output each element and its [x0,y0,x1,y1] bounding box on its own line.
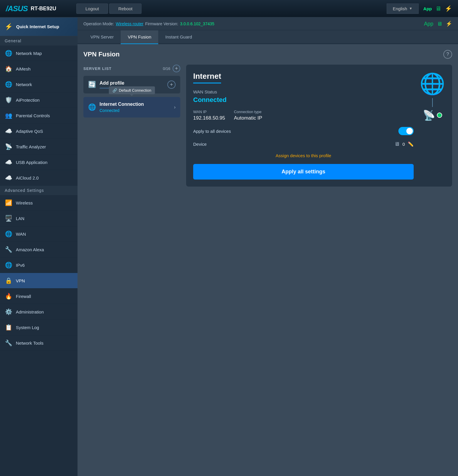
sidebar-item-ipv6[interactable]: 🌐 IPv6 [0,257,78,273]
logout-button[interactable]: Logout [76,4,108,14]
sidebar-item-wireless[interactable]: 📶 Wireless [0,195,78,211]
internet-conn-content: Internet Connection Connected [100,102,171,113]
detail-row: WAN IP 192.168.50.95 Connection type Aut… [193,110,414,121]
sidebar-item-amazon-alexa[interactable]: 🔧 Amazon Alexa [0,242,78,257]
default-conn-tooltip-text: Default Connection [119,88,151,93]
quick-setup-icon: ⚡ [5,23,13,31]
apply-all-row: Apply to all devices [193,127,414,135]
chevron-down-icon: ▼ [409,6,412,11]
sidebar-item-parental-controls[interactable]: 👥 Parental Controls [0,108,78,123]
quick-internet-setup[interactable]: ⚡ Quick Internet Setup [0,18,78,36]
tab-vpn-fusion[interactable]: VPN Fusion [121,30,158,44]
device-edit-icon[interactable]: ✏️ [408,141,414,147]
chevron-right-icon: › [174,105,176,110]
router-conn-area: 📡 [423,109,442,121]
parental-controls-icon: 👥 [5,112,12,119]
add-profile-icon: 🔄 [88,81,96,88]
sidebar-item-label: IPv6 [16,263,25,268]
amazon-alexa-icon: 🔧 [5,246,12,253]
sidebar-item-lan[interactable]: 🖥️ LAN [0,211,78,226]
sidebar-item-network[interactable]: 🌐 Network [0,77,78,92]
sidebar-item-wan[interactable]: 🌐 WAN [0,226,78,242]
sidebar-item-system-log[interactable]: 📋 System Log [0,320,78,335]
quick-setup-label: Quick Internet Setup [16,24,59,30]
sidebar-item-administration[interactable]: ⚙️ Administration [0,304,78,320]
sidebar-item-vpn[interactable]: 🔒 VPN [0,273,78,289]
top-buttons: Logout Reboot [76,4,387,14]
reboot-button[interactable]: Reboot [109,4,142,14]
fw-prefix: Firmware Version: [145,21,178,26]
wan-ip-item: WAN IP 192.168.50.95 [193,110,225,121]
sidebar-item-network-tools[interactable]: 🔧 Network Tools [0,335,78,351]
op-mode-link[interactable]: Wireless router [116,21,143,26]
op-mode-bar: Operation Mode: Wireless router Firmware… [78,18,458,30]
tab-instant-guard[interactable]: Instant Guard [158,30,199,44]
lan-icon: 🖥️ [5,215,12,222]
apply-all-settings-button[interactable]: Apply all settings [193,164,414,180]
apply-all-toggle[interactable] [398,127,414,135]
sidebar-item-label: Network [16,82,32,87]
internet-panel-title: Internet [193,72,221,83]
screen-top-icon[interactable]: 🖥 [437,21,442,27]
language-button[interactable]: English ▼ [387,4,419,14]
page-content: VPN Fusion ? SERVER LIST 0/16 + 🔄 [78,44,458,476]
sidebar-item-label: Wireless [16,200,33,205]
screen-icon[interactable]: 🖥 [435,5,441,12]
firewall-icon: 🔥 [5,293,12,300]
server-list-header: SERVER LIST 0/16 + [83,65,180,72]
sidebar-item-network-map[interactable]: 🌐 Network Map [0,46,78,61]
app-icon: App [424,21,433,27]
wan-status-label: WAN Status [193,89,414,94]
server-list-add-button[interactable]: + [173,65,180,72]
wan-status-value: Connected [193,96,414,104]
internet-conn-card[interactable]: 🌐 Internet Connection Connected › [83,97,180,118]
op-mode-prefix: Operation Mode: [83,21,114,26]
tab-vpn-server[interactable]: VPN Server [83,30,121,44]
sidebar-item-aimesh[interactable]: 🏠 AiMesh [0,61,78,77]
usb-icon[interactable]: ⚡ [445,5,452,12]
help-icon[interactable]: ? [443,50,452,59]
top-bar: /ASUS RT-BE92U Logout Reboot English ▼ A… [0,0,458,18]
apply-all-label: Apply to all devices [193,129,231,134]
page-title: VPN Fusion [83,51,119,58]
top-icons: App 🖥 ⚡ [423,5,452,12]
conn-type-item: Connection type Automatic IP [234,110,262,121]
sidebar-item-adaptive-qos[interactable]: ☁️ Adaptive QoS [0,123,78,139]
server-list-title: SERVER LIST [83,66,112,71]
device-label: Device [193,142,207,147]
sidebar-item-label: WAN [16,232,26,237]
sidebar-item-label: AiCloud 2.0 [16,175,39,180]
firmware-version-link[interactable]: 3.0.0.6.102_37435 [180,21,214,26]
sidebar-item-label: Firewall [16,294,31,299]
link-icon: 🔗 [112,88,117,93]
vpn-icon: 🔒 [5,277,12,284]
sidebar-item-label: Traffic Analyzer [16,144,46,149]
sidebar-item-traffic-analyzer[interactable]: 📡 Traffic Analyzer [0,139,78,155]
internet-conn-icon: 🌐 [88,103,96,111]
wan-icon: 🌐 [5,230,12,237]
two-panel: SERVER LIST 0/16 + 🔄 Add profile [83,65,452,187]
server-list-count-value: 0/16 [163,66,170,71]
globe-visual-area: 🌐 📡 [420,72,445,121]
sidebar-item-aiprotection[interactable]: 🛡️ AiProtection [0,92,78,108]
sidebar-item-usb-application[interactable]: ☁️ USB Application [0,155,78,170]
tab-bar: VPN Server VPN Fusion Instant Guard [78,30,458,44]
page-title-bar: VPN Fusion ? [83,50,452,59]
sidebar-item-label: Adaptive QoS [16,129,43,134]
content-area: Operation Mode: Wireless router Firmware… [78,18,458,476]
sidebar-item-label: Network Tools [16,341,43,346]
general-section-header: General [0,36,78,46]
sidebar-item-label: Network Map [16,51,42,56]
sidebar-item-label: LAN [16,216,24,221]
sidebar-item-aicloud[interactable]: ☁️ AiCloud 2.0 [0,170,78,186]
network-tools-icon: 🔧 [5,339,12,346]
internet-panel: Internet WAN Status Connected WAN IP 192… [186,65,452,187]
assign-devices-link[interactable]: Assign devices to this profile [193,153,414,158]
sidebar-item-firewall[interactable]: 🔥 Firewall [0,289,78,304]
add-profile-plus-icon[interactable]: + [167,81,176,89]
server-list-panel: SERVER LIST 0/16 + 🔄 Add profile [83,65,180,118]
sidebar: ⚡ Quick Internet Setup General 🌐 Network… [0,18,78,476]
default-conn-wrapper: 🔗 Default Connection 🌐 Internet Connecti… [83,97,180,118]
wan-ip-label: WAN IP [193,110,225,114]
usb-top-icon[interactable]: ⚡ [446,21,452,27]
